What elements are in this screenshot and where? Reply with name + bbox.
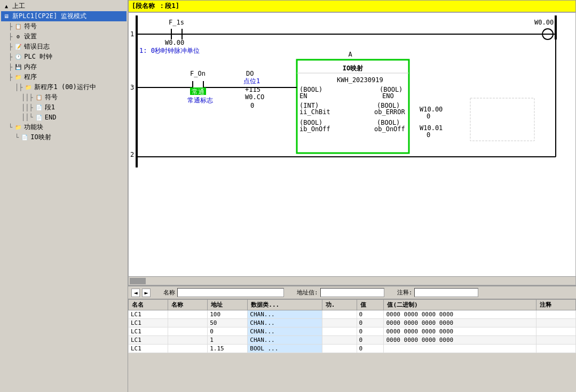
sidebar-item-symbol2[interactable]: ││├ 📋 符号 [20, 92, 127, 102]
table-cell [536, 310, 575, 319]
diagram-area: [段名称 ：段1] [128, 0, 576, 392]
table-cell: 1.15 [208, 345, 248, 353]
program-folder-icon: 📁 [14, 73, 22, 82]
col-address: 地址 [208, 300, 248, 310]
sidebar-item-iomap[interactable]: └ 📄 IO映射 [14, 132, 127, 142]
funcblock-folder-icon: 📁 [14, 123, 22, 132]
col-datatype: 数据类... [248, 300, 322, 310]
table-cell: 0 [357, 336, 384, 345]
h-scroll[interactable] [129, 276, 575, 285]
settings-icon: ⚙ [14, 33, 22, 41]
app-container: ▲ 上工 🖥 新PLC1[CP2E] 监视模式 ├ 📋 符号 ├ ⚙ 设置 [0, 0, 576, 392]
sidebar-item-symbol[interactable]: ├ 📋 符号 [7, 21, 127, 31]
note-label: 注释: [397, 289, 413, 297]
table-row[interactable]: LC11CHAN...00000 0000 0000 0000 [129, 336, 576, 345]
svg-text:1: 1 [130, 30, 134, 38]
rung1-icon: 📄 [35, 103, 43, 112]
tree-line10: └ [9, 124, 12, 131]
table-cell: LC1 [129, 336, 168, 345]
sidebar-item-program[interactable]: ├ 📁 程序 [7, 72, 127, 82]
diagram-title: [段名称 ：段1] [132, 2, 179, 10]
table-cell [168, 327, 208, 336]
table-cell: 0 [357, 327, 384, 336]
sidebar-group-prog-children: ││├ 📋 符号 ││├ 📄 段1 ││└ 📄 END [14, 92, 127, 122]
table-cell: CHAN... [248, 319, 322, 327]
address-input[interactable] [320, 288, 384, 297]
sidebar-item-newprog[interactable]: │├ 📁 新程序1 (00)运行中 [14, 82, 127, 92]
svg-text:W10.01: W10.01 [420, 124, 443, 132]
tree-line5: ├ [9, 74, 12, 81]
table-cell [168, 345, 208, 353]
scroll-right-btn[interactable]: ► [142, 289, 151, 297]
note-input[interactable] [414, 288, 478, 297]
monitor-table-container[interactable]: 名名 名称 地址 数据类... 功. 值 值(二进制) 注释 LC11 [128, 299, 576, 385]
search-bar: ◄ ► 名称 地址信: 注释: [128, 286, 576, 299]
ladder-diagram: F_1s W0.00 W0.00 1 1: 0秒时钟脉冲单位 [129, 13, 575, 189]
table-cell [322, 336, 357, 345]
table-row[interactable]: LC150CHAN...00000 0000 0000 0000 [129, 319, 576, 327]
svg-text:1: 0秒时钟脉冲单位: 1: 0秒时钟脉冲单位 [139, 47, 200, 54]
col-source: 名名 [129, 300, 168, 310]
sidebar-item-settings[interactable]: ├ ⚙ 设置 [7, 31, 127, 42]
svg-text:F_On: F_On [190, 70, 206, 77]
table-cell [168, 336, 208, 345]
table-cell [384, 345, 536, 353]
sidebar-item-clock[interactable]: ├ 🕐 PLC 时钟 [7, 52, 127, 62]
svg-text:ENO: ENO [382, 92, 394, 100]
sidebar: ▲ 上工 🖥 新PLC1[CP2E] 监视模式 ├ 📋 符号 ├ ⚙ 设置 [0, 0, 128, 392]
name-input[interactable] [177, 288, 284, 297]
svg-text:0: 0 [427, 113, 430, 120]
table-cell: 0000 0000 0000 0000 [384, 327, 536, 336]
svg-rect-53 [470, 98, 534, 141]
table-cell: 0000 0000 0000 0000 [384, 310, 536, 319]
svg-text:点位1: 点位1 [243, 77, 260, 85]
sidebar-item-root[interactable]: ▲ 上工 [1, 1, 127, 11]
table-row[interactable]: LC1100CHAN...00000 0000 0000 0000 [129, 310, 576, 319]
sidebar-item-funcblock[interactable]: └ 📁 功能块 [7, 122, 127, 132]
monitor-table: 名名 名称 地址 数据类... 功. 值 值(二进制) 注释 LC11 [128, 299, 576, 353]
table-cell: LC1 [129, 345, 168, 353]
tree-line8: ││├ [21, 104, 33, 111]
sidebar-group-prog: │├ 📁 新程序1 (00)运行中 ││├ 📋 符号 ││├ 📄 [7, 82, 127, 122]
table-cell: 0 [357, 345, 384, 353]
sidebar-item-errorlog[interactable]: ├ 📝 错误日志 [7, 42, 127, 52]
table-cell [536, 319, 575, 327]
tree-line11: └ [15, 134, 19, 141]
table-cell: CHAN... [248, 327, 322, 336]
svg-text:W0.CO: W0.CO [245, 93, 264, 101]
col-name: 名称 [168, 300, 208, 310]
symbol-icon: 📋 [14, 22, 22, 31]
col-note: 注释 [536, 300, 575, 310]
table-cell: 0000 0000 0000 0000 [384, 319, 536, 327]
table-row[interactable]: LC11.15BOOL ...0 [129, 345, 576, 353]
table-cell: LC1 [129, 310, 168, 319]
table-cell [322, 310, 357, 319]
svg-text:DO: DO [246, 70, 254, 77]
table-cell [168, 310, 208, 319]
tree-line4: ├ [9, 63, 12, 71]
sidebar-item-rung1[interactable]: ││├ 📄 段1 [20, 102, 127, 113]
sidebar-item-plc1[interactable]: 🖥 新PLC1[CP2E] 监视模式 [1, 11, 127, 21]
table-cell: LC1 [129, 327, 168, 336]
svg-text:F_1s: F_1s [169, 19, 184, 26]
svg-text:2: 2 [130, 151, 134, 158]
table-cell: 50 [208, 319, 248, 327]
svg-text:A: A [348, 51, 352, 58]
col-value: 值 [357, 300, 384, 310]
end-icon: 📄 [35, 113, 43, 122]
name-label: 名称 [163, 289, 175, 297]
sidebar-group-plc: ├ 📋 符号 ├ ⚙ 设置 ├ 📝 错误日志 ├ 🕐 PLC 时钟 [1, 21, 127, 142]
svg-text:EN: EN [299, 92, 307, 100]
table-row[interactable]: LC10CHAN...00000 0000 0000 0000 [129, 327, 576, 336]
h-scrollbar-thumb[interactable] [130, 278, 146, 284]
plc-icon: 🖥 [2, 12, 11, 21]
ladder-canvas[interactable]: F_1s W0.00 W0.00 1 1: 0秒时钟脉冲单位 [128, 12, 576, 285]
scroll-left-btn[interactable]: ◄ [131, 289, 140, 297]
table-cell [322, 345, 357, 353]
ladder-svg: F_1s W0.00 W0.00 1 1: 0秒时钟脉冲单位 [129, 13, 566, 183]
sidebar-item-memory[interactable]: ├ 💾 内存 [7, 62, 127, 72]
table-cell [536, 336, 575, 345]
sidebar-item-end[interactable]: ││└ 📄 END [20, 113, 127, 122]
table-cell [322, 319, 357, 327]
table-cell [536, 345, 575, 353]
